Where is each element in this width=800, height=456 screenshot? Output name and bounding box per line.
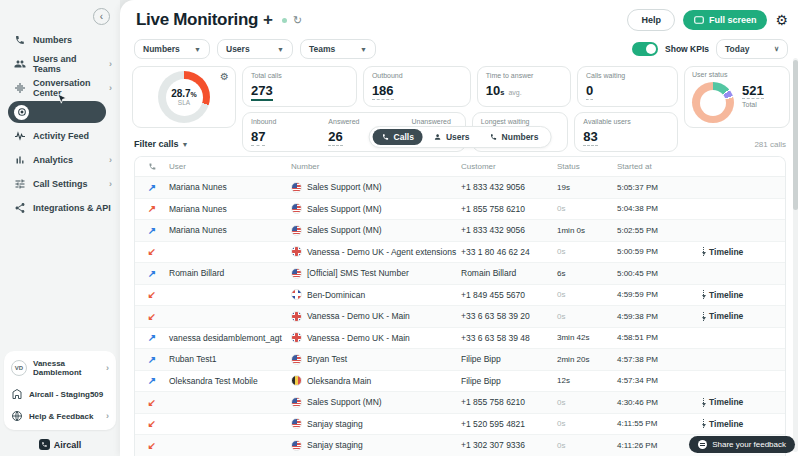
refresh-icon[interactable]: ↻ (293, 14, 302, 27)
table-row[interactable]: ↗ Ruban Test1 Bryan Test Filipe Bipp 2mi… (135, 349, 785, 371)
row-user: Romain Billard (169, 268, 291, 278)
timeline-icon (703, 290, 704, 299)
row-status: 0s (557, 398, 617, 407)
sidebar-help-label: Help & Feedback (29, 412, 93, 421)
timeline-button[interactable]: Timeline (703, 397, 785, 407)
person-icon (434, 133, 442, 141)
timeline-button[interactable]: Timeline (703, 419, 785, 429)
sidebar-item-activity-feed[interactable]: Activity Feed (0, 124, 120, 148)
row-status: 3min 42s (557, 333, 617, 342)
row-user: Mariana Nunes (169, 225, 291, 235)
flag-icon (291, 375, 302, 386)
sidebar-help-feedback[interactable]: Help & Feedback › (11, 410, 109, 422)
list-toolbar: Filter calls▼ Calls Users Numbers 281 ca… (120, 132, 800, 156)
table-row[interactable]: ↗ Oleksandra Test Mobile Oleksandra Main… (135, 371, 785, 393)
table-row[interactable]: ↙ Vanessa - Demo UK - Agent extensions +… (135, 242, 785, 264)
tab-numbers[interactable]: Numbers (481, 129, 548, 145)
row-customer: +33 1 80 46 62 24 (461, 247, 557, 257)
phone-column-icon (148, 162, 157, 171)
sidebar-collapse-button[interactable]: ‹ (93, 8, 110, 25)
filter-bar: Numbers▼ Users▼ Teams▼ Show KPIs Today∨ (120, 35, 800, 64)
equalizer-icon (14, 82, 26, 94)
timeline-label: Timeline (709, 419, 743, 429)
tab-users[interactable]: Users (425, 129, 479, 145)
timeline-button[interactable]: Timeline (703, 311, 785, 321)
phone-icon (490, 133, 498, 141)
page-title: Live Monitoring (136, 10, 258, 30)
row-number: Vanessa - Demo UK - Main (307, 311, 410, 321)
tab-calls[interactable]: Calls (373, 129, 423, 145)
table-row[interactable]: ↗ Mariana Nunes Sales Support (MN) +1 83… (135, 220, 785, 242)
share-feedback-button[interactable]: Share your feedback (689, 436, 795, 453)
timeline-button[interactable]: Timeline (703, 290, 785, 300)
chevron-right-icon: › (109, 155, 112, 165)
calls-count: 281 calls (754, 140, 786, 149)
view-tabs: Calls Users Numbers (369, 126, 552, 148)
sidebar-item-analytics[interactable]: Analytics› (0, 148, 120, 172)
scrollbar-thumb[interactable] (793, 60, 798, 210)
flag-icon (291, 440, 302, 451)
sidebar-user-profile[interactable]: VD Vanessa Damblemont › (11, 359, 109, 378)
row-started: 5:00:45 PM (617, 269, 703, 278)
timeline-label: Timeline (709, 290, 743, 300)
row-number: Sales Support (MN) (307, 182, 382, 192)
call-direction-icon: ↙ (135, 440, 169, 451)
full-screen-button[interactable]: Full screen (683, 10, 768, 30)
sidebar-item-call-settings[interactable]: Call Settings› (0, 172, 120, 196)
help-button[interactable]: Help (627, 9, 675, 31)
flag-icon (291, 289, 302, 300)
row-customer: +1 520 595 4821 (461, 419, 557, 429)
table-row[interactable]: ↙ Sales Support (MN) +1 855 758 6210 0s … (135, 392, 785, 414)
sidebar-account-card: VD Vanessa Damblemont › Aircall - Stagin… (4, 351, 116, 430)
user-status-total[interactable]: 521 (742, 84, 764, 100)
timeline-icon (703, 247, 704, 256)
teams-filter-dropdown[interactable]: Teams▼ (300, 39, 376, 59)
add-view-button[interactable]: + (263, 10, 273, 30)
show-kpis-toggle[interactable] (632, 42, 658, 56)
row-number: Sales Support (MN) (307, 225, 382, 235)
row-started: 5:05:37 PM (617, 183, 703, 192)
row-number: [Official] SMS Test Number (307, 268, 409, 278)
sidebar-company[interactable]: Aircall - Staging509 (11, 388, 109, 400)
row-status: 0s (557, 441, 617, 450)
row-customer: +1 302 307 9336 (461, 440, 557, 450)
row-user: Oleksandra Test Mobile (169, 376, 291, 386)
row-customer: +33 6 63 58 39 20 (461, 311, 557, 321)
settings-gear-icon[interactable]: ⚙ (775, 13, 788, 27)
table-row[interactable]: ↗ Mariana Nunes Sales Support (MN) +1 85… (135, 199, 785, 221)
speech-bubble-icon (698, 440, 707, 449)
table-row[interactable]: ↙ Sanjay staging +1 302 307 9336 0s 4:11… (135, 435, 785, 456)
row-customer: +1 833 432 9056 (461, 225, 557, 235)
row-customer: Filipe Bipp (461, 376, 557, 386)
row-number: Oleksandra Main (307, 376, 371, 386)
period-dropdown[interactable]: Today∨ (716, 39, 788, 59)
col-status: Status (557, 162, 617, 171)
sla-donut-chart: 28.7% SLA (158, 71, 210, 123)
table-row[interactable]: ↗ Mariana Nunes Sales Support (MN) +1 83… (135, 177, 785, 199)
call-direction-icon: ↗ (135, 203, 169, 214)
row-status: 0s (557, 290, 617, 299)
table-row[interactable]: ↙ Ben-Dominican +1 849 455 5670 0s 4:59:… (135, 285, 785, 307)
table-row[interactable]: ↗ Romain Billard [Official] SMS Test Num… (135, 263, 785, 285)
sliders-icon (14, 178, 26, 190)
scrollbar-track[interactable] (793, 58, 798, 452)
numbers-filter-dropdown[interactable]: Numbers▼ (134, 39, 210, 59)
sidebar-item-label: Integrations & API (33, 203, 111, 213)
timeline-button[interactable]: Timeline (703, 247, 785, 257)
sidebar-item-integrations-api[interactable]: Integrations & API (0, 196, 120, 220)
sidebar-item-numbers[interactable]: Numbers (0, 28, 120, 52)
table-row[interactable]: ↙ Sanjay staging +1 520 595 4821 0s 4:11… (135, 414, 785, 436)
flag-icon (291, 225, 302, 236)
user-status-card: User status 521 Total (684, 66, 790, 128)
table-row[interactable]: ↗ vanessa desidamblemont_agt Vanessa - D… (135, 328, 785, 350)
row-started: 5:04:38 PM (617, 204, 703, 213)
users-filter-dropdown[interactable]: Users▼ (217, 39, 293, 59)
building-icon (11, 388, 23, 400)
row-started: 4:58:51 PM (617, 333, 703, 342)
sla-settings-gear-icon[interactable]: ⚙ (220, 71, 229, 82)
filter-calls-button[interactable]: Filter calls▼ (134, 139, 188, 149)
table-row[interactable]: ↙ Vanessa - Demo UK - Main +33 6 63 58 3… (135, 306, 785, 328)
flag-icon (291, 268, 302, 279)
sidebar-item-users-and-teams[interactable]: Users and Teams› (0, 52, 120, 76)
row-started: 4:59:59 PM (617, 290, 703, 299)
